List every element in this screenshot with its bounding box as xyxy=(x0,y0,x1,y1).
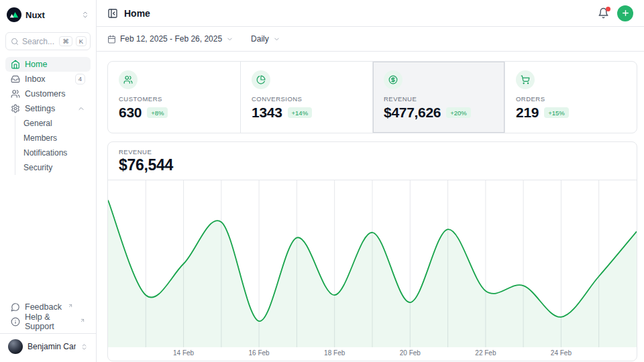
sidebar-subitem-security[interactable]: Security xyxy=(23,160,91,175)
sidebar-divider xyxy=(0,333,96,334)
avatar xyxy=(8,339,23,354)
settings-subnav: General Members Notifications Security xyxy=(15,116,91,175)
notifications-bell-button[interactable] xyxy=(598,7,609,19)
panel-left-close-icon[interactable] xyxy=(107,8,118,19)
user-name: Benjamin Canac xyxy=(28,342,76,351)
sidebar-item-home[interactable]: Home xyxy=(5,57,91,72)
date-range-value: Feb 12, 2025 - Feb 26, 2025 xyxy=(120,34,222,44)
chart-header: REVENUE $76,544 xyxy=(108,142,637,180)
x-tick-label: 14 Feb xyxy=(173,349,194,357)
stat-value: 630 xyxy=(119,105,142,121)
stat-value: $477,626 xyxy=(384,105,441,121)
sidebar-item-inbox[interactable]: Inbox 4 xyxy=(5,72,91,86)
stat-label: CONVERSIONS xyxy=(252,95,362,103)
chevrons-up-down-icon xyxy=(81,11,89,19)
chart-metric-label: REVENUE xyxy=(119,148,626,156)
sidebar-item-settings[interactable]: Settings xyxy=(5,101,91,116)
search-placeholder: Search... xyxy=(22,37,56,46)
stat-delta-badge: +14% xyxy=(288,107,313,118)
stat-card-customers[interactable]: CUSTOMERS 630 +8% xyxy=(108,62,240,133)
chevron-down-icon xyxy=(273,36,280,43)
sidebar-item-help-support[interactable]: Help & Support xyxy=(5,314,91,329)
user-menu[interactable]: Benjamin Canac xyxy=(5,337,91,357)
sidebar-item-label: Settings xyxy=(25,104,55,113)
stat-card-conversions[interactable]: CONVERSIONS 1343 +14% xyxy=(240,62,372,133)
sidebar-item-label: Feedback xyxy=(25,302,62,312)
inbox-count-badge: 4 xyxy=(75,74,85,84)
content: CUSTOMERS 630 +8% CONVERSIONS 1343 +14% xyxy=(97,52,644,361)
nuxt-logo-icon xyxy=(7,7,21,22)
users-icon xyxy=(11,89,20,99)
message-circle-icon xyxy=(11,302,20,312)
arrow-up-right-icon xyxy=(80,318,85,323)
sidebar-item-customers[interactable]: Customers xyxy=(5,86,91,101)
stats-panel: CUSTOMERS 630 +8% CONVERSIONS 1343 +14% xyxy=(107,61,637,133)
stat-value: 1343 xyxy=(252,105,282,121)
filters-toolbar: Feb 12, 2025 - Feb 26, 2025 Daily xyxy=(97,27,644,52)
chevron-down-icon xyxy=(226,36,233,43)
chevron-up-icon xyxy=(77,105,85,113)
sidebar-subitem-notifications[interactable]: Notifications xyxy=(23,145,91,160)
sidebar-nav: Home Inbox 4 Customers Settings xyxy=(5,57,91,175)
granularity-select[interactable]: Daily xyxy=(251,34,280,44)
search-input[interactable]: Search... ⌘ K xyxy=(5,32,91,50)
sidebar-item-label: Home xyxy=(25,60,47,69)
pie-chart-icon xyxy=(252,70,270,89)
workspace-switcher[interactable]: Nuxt xyxy=(5,5,91,24)
main-area: Home Feb 12, 2025 - Feb 26, 2025 xyxy=(97,0,644,362)
x-tick-label: 20 Feb xyxy=(400,349,421,357)
chart-x-axis: 14 Feb16 Feb18 Feb20 Feb22 Feb24 Feb xyxy=(108,347,637,361)
sidebar-subitem-members[interactable]: Members xyxy=(23,131,91,145)
revenue-chart-card: REVENUE $76,544 14 Feb16 Feb18 Feb20 Feb… xyxy=(107,141,637,361)
kbd-cmd: ⌘ xyxy=(59,36,72,46)
chevrons-up-down-icon xyxy=(80,343,88,351)
stat-label: ORDERS xyxy=(516,95,626,103)
sidebar-subitem-general[interactable]: General xyxy=(23,116,91,131)
users-icon xyxy=(119,70,138,89)
app-root: Nuxt Search... ⌘ K Home xyxy=(0,0,644,362)
page-title: Home xyxy=(124,8,150,19)
x-tick-label: 16 Feb xyxy=(249,349,270,357)
granularity-value: Daily xyxy=(251,34,269,44)
calendar-icon xyxy=(107,35,116,44)
dollar-circle-icon xyxy=(384,70,402,89)
x-tick-label: 22 Feb xyxy=(475,349,496,357)
stat-card-revenue[interactable]: REVENUE $477,626 +20% xyxy=(372,62,504,133)
topbar: Home xyxy=(97,0,644,27)
stat-card-orders[interactable]: ORDERS 219 +15% xyxy=(504,62,637,133)
stat-delta-badge: +8% xyxy=(147,107,168,118)
sidebar: Nuxt Search... ⌘ K Home xyxy=(0,0,97,362)
home-icon xyxy=(11,60,20,69)
revenue-chart-plot[interactable] xyxy=(108,180,637,347)
chart-metric-value: $76,544 xyxy=(119,156,626,174)
stat-label: CUSTOMERS xyxy=(119,95,229,103)
sidebar-item-label: Customers xyxy=(25,89,65,99)
sidebar-item-label: Inbox xyxy=(25,74,46,84)
stat-label: REVENUE xyxy=(384,95,494,103)
notification-dot xyxy=(606,7,610,11)
sidebar-spacer xyxy=(5,175,91,300)
stat-delta-badge: +15% xyxy=(544,107,569,118)
search-icon xyxy=(11,38,19,46)
add-button[interactable] xyxy=(617,5,633,21)
sidebar-item-label: Help & Support xyxy=(25,312,74,331)
revenue-chart-svg xyxy=(108,180,637,347)
topbar-actions xyxy=(598,5,633,21)
shopping-cart-icon xyxy=(516,70,535,89)
info-circle-icon xyxy=(11,317,20,326)
gear-icon xyxy=(11,104,20,113)
stat-value: 219 xyxy=(516,105,539,121)
inbox-icon xyxy=(11,74,20,84)
arrow-up-right-icon xyxy=(68,303,73,308)
workspace-name: Nuxt xyxy=(25,10,77,20)
stat-delta-badge: +20% xyxy=(446,107,471,118)
kbd-k: K xyxy=(76,36,87,46)
x-tick-label: 24 Feb xyxy=(551,349,572,357)
x-tick-label: 18 Feb xyxy=(324,349,345,357)
date-range-picker[interactable]: Feb 12, 2025 - Feb 26, 2025 xyxy=(107,34,233,44)
